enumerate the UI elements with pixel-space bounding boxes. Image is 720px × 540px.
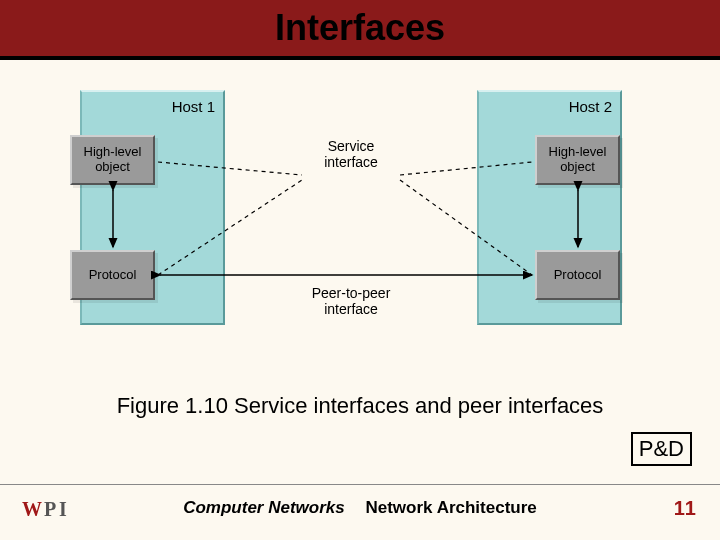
footer-right-text: Network Architecture [365,498,536,517]
title-bar: Interfaces [0,0,720,60]
high-level-object-2-label: High-level object [549,145,607,175]
protocol-1: Protocol [70,250,155,300]
protocol-2-label: Protocol [554,268,602,283]
footer-text: Computer Networks Network Architecture [0,498,720,518]
footer-left-text: Computer Networks [183,498,345,517]
source-reference-box: P&D [631,432,692,466]
footer: W P I Computer Networks Network Architec… [0,488,720,540]
protocol-1-label: Protocol [89,268,137,283]
footer-divider [0,484,720,485]
page-number: 11 [674,497,696,520]
protocol-2: Protocol [535,250,620,300]
figure-caption: Figure 1.10 Service interfaces and peer … [0,393,720,419]
diagram: Host 1 Host 2 High-level object Protocol… [80,90,640,360]
page-title: Interfaces [275,7,445,49]
peer-interface-label: Peer-to-peer interface [291,285,411,317]
high-level-object-1-label: High-level object [84,145,142,175]
service-interface-label: Service interface [291,138,411,170]
host-2-label: Host 2 [569,98,612,115]
high-level-object-1: High-level object [70,135,155,185]
host-1-label: Host 1 [172,98,215,115]
high-level-object-2: High-level object [535,135,620,185]
